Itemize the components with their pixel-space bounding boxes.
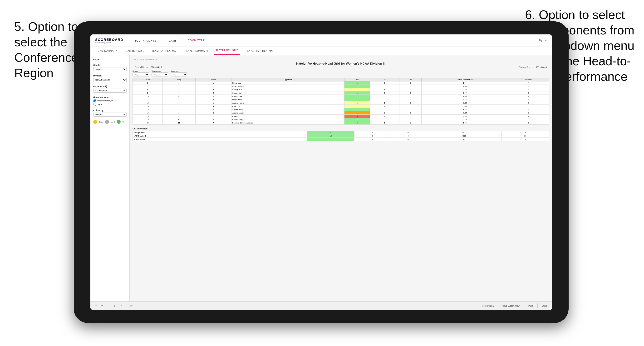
logo-subtext: Powered by clippd (95, 41, 123, 44)
tablet-device: SCOREBOARD Powered by clippd TOURNAMENTS… (74, 21, 568, 323)
colour-by-label: Colour by (93, 109, 126, 112)
legend-down (93, 120, 97, 124)
table-row: NAIA Division 115009.26730 (133, 134, 549, 138)
legend-up-label: Up (122, 121, 125, 123)
table-row: 1125Heejo Hyun1003.333 (133, 98, 549, 101)
division-select[interactable]: NCAA Division III (93, 78, 126, 82)
sidebar-player-section: Player (93, 58, 126, 61)
radio-opponents-played-input[interactable] (93, 99, 96, 102)
table-row: 20117Federica Domecq Lacroze2101.336 (133, 121, 549, 125)
radio-opponents-played-label: Opponents Played (97, 100, 113, 102)
legend-down-label: Down (99, 121, 103, 123)
toolbar-cut[interactable]: ✂ (119, 304, 123, 308)
toolbar-share[interactable]: Share (540, 304, 548, 308)
filter-opponent-select[interactable]: (All) (170, 72, 187, 76)
filter-region-select[interactable]: (All) (132, 72, 149, 76)
filter-region-group: Region (All) (132, 70, 149, 76)
col-header-win: Win (344, 78, 370, 81)
h2h-table: # Div # Reg # Conf Opponent Win Loss Tie… (132, 78, 549, 125)
main-content: Player Gender Women's Division NCAA Divi… (90, 55, 552, 301)
toolbar-clock[interactable]: 🕐 (129, 304, 134, 308)
table-row: 1063Andrea York2004.004 (133, 95, 549, 98)
radio-opponents-played[interactable]: Opponents Played (93, 99, 126, 102)
nav-committee[interactable]: COMMITTEE (186, 38, 206, 43)
filter-opponent-label: Opponent (170, 70, 187, 72)
overall-record-value: 353 - 34 - 6 (151, 66, 162, 68)
toolbar-copy[interactable]: ⊞ (112, 304, 117, 308)
col-header-div: # Div (133, 78, 163, 81)
player-rank-select[interactable]: 8. Katelyn Vo (93, 89, 126, 93)
table-row: 633Sydney Kuo110-1.003 (133, 88, 549, 91)
out-of-division-label: Out of division (132, 128, 549, 130)
radio-top100-input[interactable] (93, 103, 96, 106)
sidebar-player-rank-section: Player (Rank) 8. Katelyn Vo (93, 85, 126, 93)
opponent-view-label: Opponent view (93, 96, 126, 98)
gender-select[interactable]: Women's (93, 67, 126, 71)
subnav-team-h2h-grid[interactable]: TEAM H2H GRID (123, 47, 146, 55)
col-header-diff: Diff Av Strokes/Rnd (422, 78, 508, 81)
table-row: 19106Emily Chang4000.3011 (133, 118, 549, 121)
radio-top100[interactable]: Top 100 (93, 103, 126, 106)
table-row: 1311Jessica Huang110-3.002 (133, 101, 549, 105)
col-header-conf: # Conf (195, 78, 231, 81)
legend-level (105, 120, 109, 124)
subnav-player-summary[interactable]: PLAYER SUMMARY (184, 47, 209, 55)
grid-title: Katelyn Vo Head-to-Head Grid for Women's… (132, 62, 549, 65)
col-header-rounds: Rounds (508, 78, 549, 81)
table-row: NCAA Division 25007.40010 (133, 138, 549, 141)
sidebar-division-section: Division NCAA Division III (93, 75, 126, 82)
sign-out-link[interactable]: Sign out (538, 39, 547, 42)
col-header-loss: Loss (370, 78, 399, 81)
logo-area: SCOREBOARD Powered by clippd (95, 37, 123, 44)
toolbar-undo[interactable]: ↩ (94, 304, 98, 308)
sidebar-opponent-view-section: Opponent view Opponents Played Top 100 (93, 96, 126, 106)
nav-teams[interactable]: TEAMS (165, 38, 179, 43)
legend-up (117, 120, 120, 124)
sub-nav: TEAM SUMMARY TEAM H2H GRID TEAM H2H HEAT… (90, 47, 552, 55)
overall-record: Overall Record: 353 - 34 - 6 (135, 66, 162, 68)
toolbar-separator3 (524, 304, 524, 308)
table-row: 914Sharon Mun1003.673 (133, 91, 549, 95)
table-row: 1636Jessica Mason120-0.947 (133, 111, 549, 115)
sidebar-colour-section: Colour by Win/loss (93, 109, 126, 117)
nav-tournaments[interactable]: TOURNAMENTS (133, 38, 158, 43)
table-row: 522Alexis Sudjianto1004.003 (133, 85, 549, 88)
toolbar-watch[interactable]: Watch (527, 304, 535, 308)
record-bar: Overall Record: 353 - 34 - 6 Division Re… (132, 66, 549, 68)
division-record-label: Division Record: (519, 66, 534, 68)
toolbar-view-original[interactable]: View: Original (480, 304, 495, 308)
toolbar-back[interactable]: ↩ (106, 304, 110, 308)
division-label: Division (93, 75, 126, 77)
logo-text: SCOREBOARD (95, 37, 123, 41)
table-row: 331Esther Lee1001.504 (133, 81, 549, 85)
toolbar-separator1 (126, 304, 126, 308)
bottom-toolbar: ↩ ⟳ ↩ ⊞ ✂ 🕐 View: Original Save Custom V… (90, 301, 552, 310)
col-header-tie: Tie (400, 78, 422, 81)
subnav-team-summary[interactable]: TEAM SUMMARY (95, 47, 118, 55)
gender-label: Gender (93, 64, 126, 66)
toolbar-save-custom[interactable]: Save Custom View (501, 304, 521, 308)
sidebar: Player Gender Women's Division NCAA Divi… (90, 55, 130, 301)
tablet-screen: SCOREBOARD Powered by clippd TOURNAMENTS… (90, 34, 552, 310)
sidebar-gender-section: Gender Women's (93, 64, 126, 71)
filter-conference-select[interactable]: (All) (152, 72, 168, 76)
update-bar: Last Updated: 27/03/2024 04 (132, 58, 549, 60)
player-rank-label: Player (Rank) (93, 85, 126, 88)
toolbar-separator2 (498, 304, 498, 308)
col-header-reg: # Reg (163, 78, 196, 81)
toolbar-redo1[interactable]: ⟳ (100, 304, 104, 308)
filter-region-label: Region (132, 70, 149, 72)
data-area: Last Updated: 27/03/2024 04 Katelyn Vo H… (130, 55, 552, 301)
player-label: Player (93, 58, 126, 61)
toolbar-separator4 (538, 304, 538, 308)
subnav-team-h2h-heatmap[interactable]: TEAM H2H HEATMAP (150, 47, 179, 55)
top-nav: SCOREBOARD Powered by clippd TOURNAMENTS… (90, 34, 552, 47)
table-row: 1474Eunice Yi2200.389 (133, 105, 549, 108)
subnav-player-h2h-heatmap[interactable]: PLAYER H2H HEATMAP (244, 47, 276, 55)
division-record-value: 331 - 34 - 6 (536, 66, 547, 68)
subnav-player-h2h-grid[interactable]: PLAYER H2H GRID (214, 47, 240, 55)
filter-opponent-group: Opponent (All) (170, 70, 187, 76)
legend: Down Level Up (93, 120, 126, 124)
colour-select[interactable]: Win/loss (93, 113, 126, 117)
table-row: 1585Stella Cheng1001.254 (133, 108, 549, 111)
